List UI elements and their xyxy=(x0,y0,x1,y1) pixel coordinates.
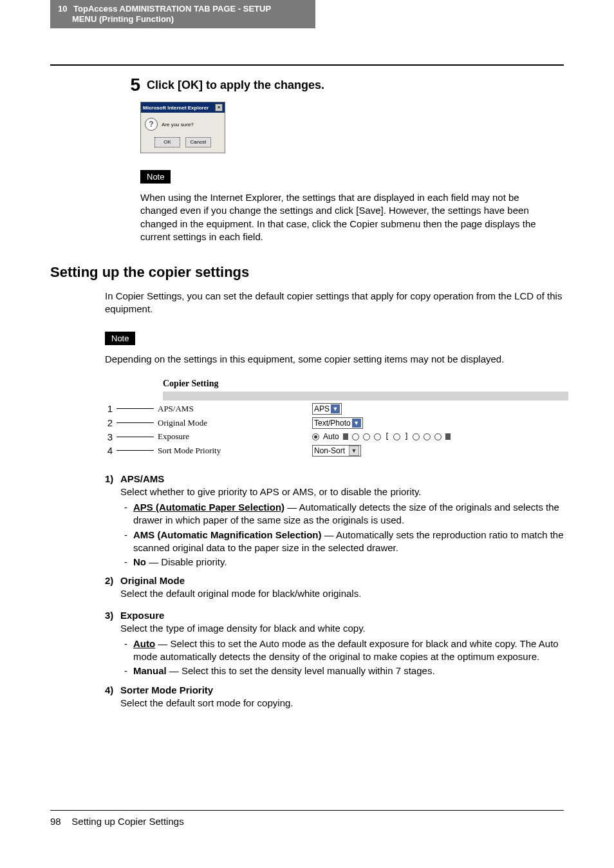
definition-body: APS/AMSSelect whether to give priority t… xyxy=(120,473,564,569)
copier-setting-figure: Copier Setting 1 APS/AMS APS ▼ 2 Origina… xyxy=(105,379,568,457)
step-number: 5 xyxy=(115,76,147,94)
close-icon: × xyxy=(215,104,223,111)
dialog-message: Are you sure? xyxy=(162,122,194,127)
copier-row-2: 2 Original Mode Text/Photo ▼ xyxy=(105,417,568,429)
definition-number: 2) xyxy=(105,575,120,603)
definition-item: 3)ExposureSelect the type of image densi… xyxy=(105,610,564,678)
exposure-control: Auto [ ] xyxy=(312,432,451,441)
density-bar-dark xyxy=(445,433,451,440)
note1-text: When using the Internet Explorer, the se… xyxy=(140,191,557,243)
section-intro: In Copier Settings, you can set the defa… xyxy=(105,290,564,316)
footer-title: Setting up Copier Settings xyxy=(71,816,183,827)
definition-number: 4) xyxy=(105,684,120,712)
confirm-dialog-screenshot: Microsoft Internet Explorer × ? Are you … xyxy=(140,102,225,153)
callout-line xyxy=(116,450,154,451)
chevron-down-icon: ▼ xyxy=(352,419,361,428)
definition-sub: -APS (Automatic Paper Selection) — Autom… xyxy=(124,501,564,527)
callout-1: 1 xyxy=(105,403,113,414)
question-icon: ? xyxy=(145,118,158,131)
step-text: Click [OK] to apply the changes. xyxy=(147,76,324,92)
definition-number: 1) xyxy=(105,473,120,569)
definition-lead: Select the default original mode for bla… xyxy=(120,587,564,600)
definition-sub: -Manual — Select this to set the density… xyxy=(124,665,564,677)
callout-line xyxy=(116,422,154,423)
definitions-list: 1)APS/AMSSelect whether to give priority… xyxy=(105,473,564,712)
row1-label: APS/AMS xyxy=(158,404,312,414)
chevron-down-icon: ▼ xyxy=(331,404,340,413)
chapter-header: 10 TopAccess ADMINISTRATION TAB PAGE - S… xyxy=(50,0,315,28)
definition-sub: -Auto — Select this to set the Auto mode… xyxy=(124,637,564,664)
exposure-auto-radio xyxy=(312,433,319,440)
header-page-num: 10 xyxy=(58,4,67,14)
definition-item: 4)Sorter Mode PrioritySelect the default… xyxy=(105,684,564,712)
step-5: 5 Click [OK] to apply the changes. xyxy=(115,76,564,94)
copier-row-4: 4 Sort Mode Priority Non-Sort ▼ xyxy=(105,445,568,457)
row4-label: Sort Mode Priority xyxy=(158,446,312,456)
definition-body: ExposureSelect the type of image density… xyxy=(120,610,564,678)
callout-line xyxy=(116,408,154,409)
footer-page-num: 98 xyxy=(50,816,61,827)
definition-item: 2)Original ModeSelect the default origin… xyxy=(105,575,564,603)
cancel-button: Cancel xyxy=(185,137,211,147)
section-heading: Setting up the copier settings xyxy=(50,264,564,281)
header-title-line2: MENU (Printing Function) xyxy=(72,14,174,24)
density-bar-dark xyxy=(343,433,348,440)
row2-label: Original Mode xyxy=(158,418,312,428)
copier-row-3: 3 Exposure Auto [ ] xyxy=(105,431,568,442)
definition-heading: APS/AMS xyxy=(120,473,564,484)
header-rule xyxy=(50,64,564,66)
copier-fig-bar xyxy=(163,392,568,401)
definition-body: Original ModeSelect the default original… xyxy=(120,575,564,603)
definition-body: Sorter Mode PrioritySelect the default s… xyxy=(120,684,564,712)
definition-sub: -No — Disable priority. xyxy=(124,556,564,569)
definition-lead: Select the type of image density for bla… xyxy=(120,622,564,635)
dialog-title: Microsoft Internet Explorer xyxy=(143,105,209,111)
note-label: Note xyxy=(140,170,171,184)
header-title-line1: TopAccess ADMINISTRATION TAB PAGE - SETU… xyxy=(73,4,271,14)
definition-item: 1)APS/AMSSelect whether to give priority… xyxy=(105,473,564,569)
definition-heading: Original Mode xyxy=(120,575,564,586)
page-footer: 98 Setting up Copier Settings xyxy=(50,810,564,827)
definition-lead: Select the default sort mode for copying… xyxy=(120,697,564,710)
definition-number: 3) xyxy=(105,610,120,678)
definition-heading: Exposure xyxy=(120,610,564,621)
definition-heading: Sorter Mode Priority xyxy=(120,684,564,695)
definition-sub: -AMS (Automatic Magnification Selection)… xyxy=(124,529,564,555)
callout-4: 4 xyxy=(105,445,113,456)
note-label-2: Note xyxy=(105,332,135,345)
copier-row-1: 1 APS/AMS APS ▼ xyxy=(105,403,568,415)
copier-fig-title: Copier Setting xyxy=(163,379,568,389)
aps-ams-select: APS ▼ xyxy=(312,403,342,415)
row3-label: Exposure xyxy=(158,431,312,442)
original-mode-select: Text/Photo ▼ xyxy=(312,417,363,429)
definition-lead: Select whether to give priority to APS o… xyxy=(120,486,564,498)
callout-3: 3 xyxy=(105,431,113,442)
callout-2: 2 xyxy=(105,417,113,428)
note2-text: Depending on the settings in this equipm… xyxy=(105,353,564,366)
ok-button: OK xyxy=(154,137,180,147)
sort-mode-select: Non-Sort ▼ xyxy=(312,445,361,457)
chevron-down-icon: ▼ xyxy=(349,446,359,456)
callout-line xyxy=(116,437,154,437)
